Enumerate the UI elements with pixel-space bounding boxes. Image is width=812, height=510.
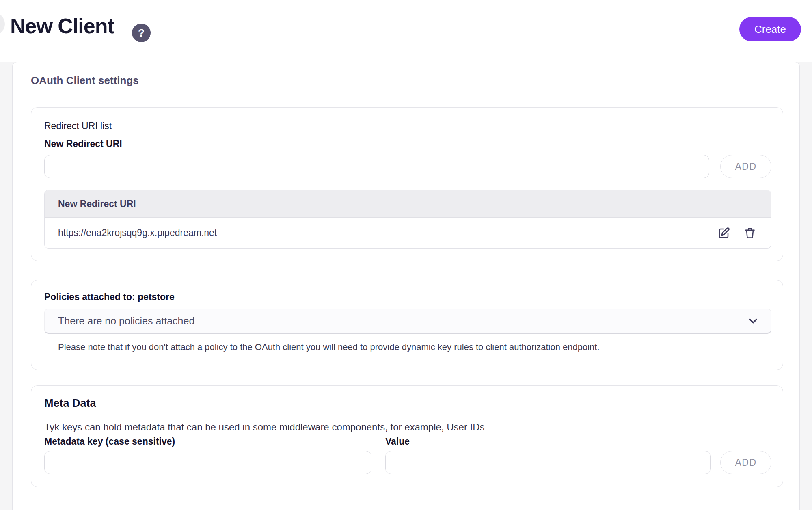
policies-card: Policies attached to: petstore There are… bbox=[31, 280, 783, 370]
help-icon[interactable]: ? bbox=[132, 24, 151, 42]
table-row: https://ena2krojsqq9g.x.pipedream.net bbox=[45, 218, 771, 248]
page-title: New Client bbox=[10, 14, 114, 38]
content-panel: OAuth Client settings Redirect URI list … bbox=[12, 62, 800, 510]
policies-select[interactable]: There are no policies attached bbox=[44, 309, 771, 334]
add-redirect-uri-button[interactable]: ADD bbox=[720, 155, 771, 178]
section-title: OAuth Client settings bbox=[31, 74, 139, 87]
metadata-value-label: Value bbox=[385, 436, 410, 447]
redirect-uri-value: https://ena2krojsqq9g.x.pipedream.net bbox=[58, 227, 217, 238]
redirect-uri-input[interactable] bbox=[44, 155, 709, 178]
new-redirect-uri-label: New Redirect URI bbox=[44, 138, 122, 149]
redirect-uri-table: New Redirect URI https://ena2krojsqq9g.x… bbox=[44, 190, 771, 249]
policies-label: Policies attached to: petstore bbox=[44, 292, 175, 303]
metadata-key-label: Metadata key (case sensitive) bbox=[44, 436, 175, 447]
metadata-card: Meta Data Tyk keys can hold metadata tha… bbox=[31, 385, 783, 487]
add-metadata-button[interactable]: ADD bbox=[720, 451, 771, 474]
redirect-uri-column-header: New Redirect URI bbox=[58, 199, 136, 210]
chevron-down-icon bbox=[747, 314, 760, 327]
policies-select-value: There are no policies attached bbox=[58, 315, 194, 327]
page-header: New Client ? Create bbox=[0, 0, 812, 62]
redirect-uri-table-header: New Redirect URI bbox=[45, 190, 771, 218]
row-actions bbox=[717, 227, 756, 240]
metadata-value-input[interactable] bbox=[385, 451, 711, 474]
redirect-uri-list-label: Redirect URI list bbox=[44, 121, 112, 132]
edit-icon[interactable] bbox=[717, 227, 730, 240]
metadata-key-input[interactable] bbox=[44, 451, 371, 474]
help-icon-glyph: ? bbox=[138, 27, 145, 39]
policies-note: Please note that if you don't attach a p… bbox=[58, 342, 600, 352]
delete-icon[interactable] bbox=[743, 227, 756, 240]
redirect-uri-card: Redirect URI list New Redirect URI ADD N… bbox=[31, 107, 783, 261]
metadata-description: Tyk keys can hold metadata that can be u… bbox=[44, 421, 485, 433]
create-button[interactable]: Create bbox=[739, 17, 801, 41]
metadata-title: Meta Data bbox=[44, 397, 96, 410]
collapsed-sidebar-button[interactable] bbox=[0, 12, 5, 36]
